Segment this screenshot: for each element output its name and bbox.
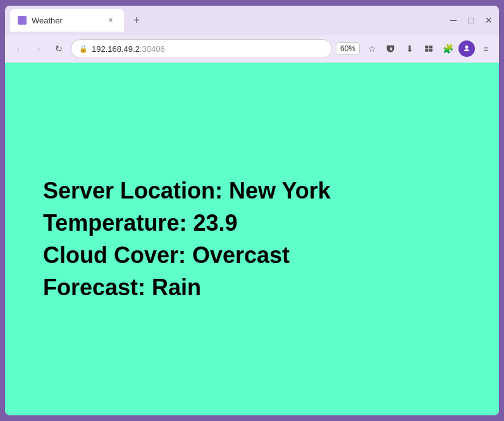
active-tab[interactable]: Weather ×: [10, 9, 124, 32]
menu-icon[interactable]: ≡: [477, 40, 494, 57]
weather-temperature: Temperature: 23.9: [43, 209, 331, 236]
weather-info: Server Location: New York Temperature: 2…: [43, 177, 331, 302]
download-icon[interactable]: ⬇: [402, 40, 418, 57]
title-bar: Weather × + ─ □ ✕: [5, 6, 499, 35]
toolbar-icons: ☆ ⬇ 🧩 ≡: [364, 40, 494, 57]
weather-cloud-cover: Cloud Cover: Overcast: [43, 241, 331, 269]
weather-forecast: Forecast: Rain: [43, 274, 331, 301]
back-button[interactable]: ‹: [10, 40, 27, 57]
minimize-button[interactable]: ─: [448, 15, 458, 25]
weather-location: Server Location: New York: [43, 177, 331, 204]
svg-rect-3: [429, 49, 433, 52]
extensions-icon[interactable]: 🧩: [439, 40, 456, 57]
svg-rect-2: [425, 49, 428, 52]
pocket-icon[interactable]: [383, 40, 399, 57]
browser-window: Weather × + ─ □ ✕ ‹ › ↻ 🔒 192.168.49.2:3…: [5, 6, 499, 415]
svg-rect-1: [429, 46, 433, 48]
address-field[interactable]: 🔒 192.168.49.2:30406: [71, 39, 332, 58]
address-bar: ‹ › ↻ 🔒 192.168.49.2:30406 60% ☆ ⬇ 🧩 ≡: [5, 35, 499, 63]
forward-button[interactable]: ›: [30, 40, 47, 57]
close-window-button[interactable]: ✕: [484, 15, 494, 25]
svg-rect-0: [425, 46, 428, 48]
page-content: Server Location: New York Temperature: 2…: [5, 63, 499, 415]
synced-tabs-icon[interactable]: [421, 40, 437, 57]
tab-favicon: [18, 16, 27, 25]
tab-close-button[interactable]: ×: [105, 15, 116, 26]
address-text: 192.168.49.2:30406: [92, 44, 324, 54]
reload-button[interactable]: ↻: [51, 40, 67, 57]
maximize-button[interactable]: □: [466, 15, 476, 25]
window-controls: ─ □ ✕: [448, 15, 494, 25]
bookmark-icon[interactable]: ☆: [364, 40, 380, 57]
profile-icon[interactable]: [458, 40, 475, 57]
new-tab-button[interactable]: +: [128, 11, 145, 29]
security-icon: 🔒: [79, 45, 88, 53]
zoom-badge[interactable]: 60%: [336, 42, 360, 55]
tab-title: Weather: [32, 16, 100, 25]
